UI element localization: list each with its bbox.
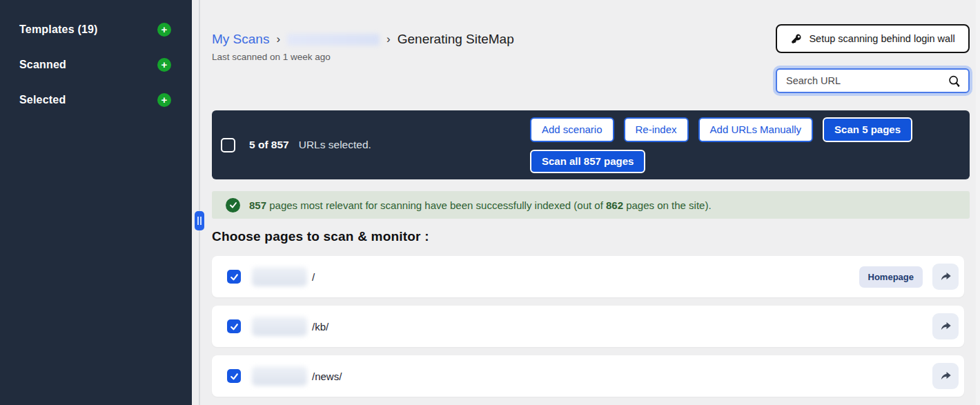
drag-handle-icon xyxy=(197,217,199,225)
add-selected-button[interactable]: + xyxy=(157,93,171,107)
url-list: / Homepage /kb/ xyxy=(212,256,970,397)
main-content: Setup scanning behind login wall My Scan… xyxy=(192,0,980,405)
selection-suffix: URLs selected. xyxy=(299,139,371,150)
scan-selected-button[interactable]: Scan 5 pages xyxy=(823,117,912,142)
reindex-button[interactable]: Re-index xyxy=(624,117,689,142)
panel-divider xyxy=(199,0,200,405)
banner-message: 857 pages most relevant for scanning hav… xyxy=(249,199,712,211)
drag-handle-icon xyxy=(200,217,202,225)
sidebar-item-selected[interactable]: Selected + xyxy=(19,93,171,107)
section-title: Choose pages to scan & monitor : xyxy=(212,229,970,244)
header-actions: Setup scanning behind login wall xyxy=(776,24,970,93)
selection-count: 5 of 857 xyxy=(249,139,289,150)
plus-icon: + xyxy=(161,94,168,106)
url-row-news: /news/ xyxy=(212,355,964,397)
share-arrow-icon xyxy=(939,369,953,384)
add-urls-manually-button[interactable]: Add URLs Manually xyxy=(698,117,814,142)
url-row-kb: /kb/ xyxy=(212,306,964,347)
row-checkbox[interactable] xyxy=(227,369,241,383)
selection-count-text: 5 of 857URLs selected. xyxy=(249,139,371,151)
sidebar-item-label: Selected xyxy=(19,94,66,106)
open-url-button[interactable] xyxy=(932,313,959,339)
add-scenario-button[interactable]: Add scenario xyxy=(530,117,614,142)
url-domain-redacted xyxy=(252,366,307,386)
breadcrumb-separator: › xyxy=(276,32,280,46)
url-path: /news/ xyxy=(312,371,342,382)
scrollbar-track[interactable] xyxy=(976,0,980,405)
sidebar-item-label: Scanned xyxy=(19,59,66,71)
homepage-badge[interactable]: Homepage xyxy=(859,266,923,288)
share-arrow-icon xyxy=(939,319,953,334)
toolbar-buttons: Add scenario Re-index Add URLs Manually … xyxy=(530,117,912,173)
breadcrumb-site-redacted xyxy=(287,34,380,46)
url-path: / xyxy=(312,271,315,283)
open-url-button[interactable] xyxy=(932,264,959,290)
open-url-button[interactable] xyxy=(932,363,959,389)
share-arrow-icon xyxy=(939,270,953,284)
row-checkbox[interactable] xyxy=(227,270,241,284)
sidebar-item-templates[interactable]: Templates (19) + xyxy=(19,23,171,37)
url-path: /kb/ xyxy=(312,321,329,333)
row-checkbox[interactable] xyxy=(227,319,241,333)
search-url-input[interactable] xyxy=(777,70,968,92)
url-domain-redacted xyxy=(252,317,307,336)
search-icon[interactable] xyxy=(947,74,962,92)
plus-icon: + xyxy=(161,23,168,35)
breadcrumb-separator: › xyxy=(386,32,391,46)
check-icon xyxy=(226,198,240,213)
breadcrumb-current: Generating SiteMap xyxy=(398,32,514,47)
sidebar-item-label: Templates (19) xyxy=(19,23,98,36)
setup-login-wall-label: Setup scanning behind login wall xyxy=(809,33,954,44)
panel-resize-handle[interactable] xyxy=(195,211,204,230)
sidebar-item-scanned[interactable]: Scanned + xyxy=(19,58,171,72)
index-success-banner: 857 pages most relevant for scanning hav… xyxy=(212,191,970,219)
selection-toolbar: 5 of 857URLs selected. Add scenario Re-i… xyxy=(212,110,970,179)
scan-all-button[interactable]: Scan all 857 pages xyxy=(530,150,645,173)
setup-login-wall-button[interactable]: Setup scanning behind login wall xyxy=(776,24,970,53)
url-domain-redacted xyxy=(252,267,307,286)
select-all-checkbox[interactable] xyxy=(221,138,235,152)
search-url-container xyxy=(776,68,970,93)
key-icon xyxy=(790,33,802,45)
sidebar: Templates (19) + Scanned + Selected + xyxy=(0,0,192,405)
url-row-homepage: / Homepage xyxy=(212,256,964,297)
add-template-button[interactable]: + xyxy=(157,23,171,37)
plus-icon: + xyxy=(161,59,168,70)
add-scanned-button[interactable]: + xyxy=(157,58,171,72)
breadcrumb-my-scans-link[interactable]: My Scans xyxy=(212,32,269,47)
